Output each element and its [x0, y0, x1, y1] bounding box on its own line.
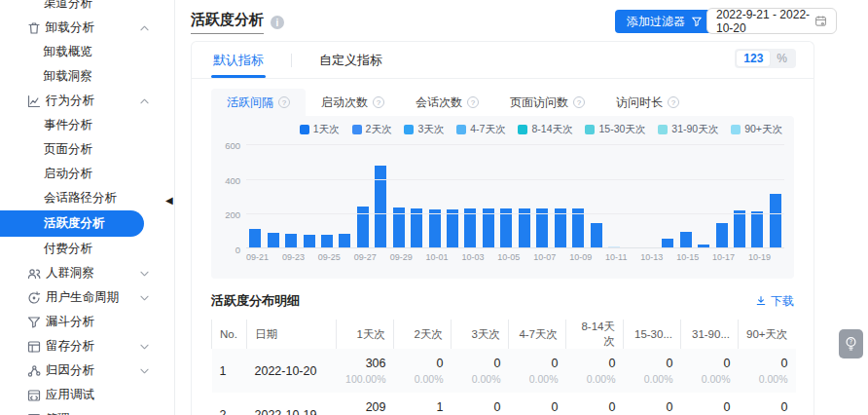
bar-10-10[interactable]	[591, 223, 602, 247]
sidebar-item-5[interactable]: 事件分析	[0, 113, 174, 137]
sidebar-item-7[interactable]: 启动分析	[0, 162, 174, 186]
x-tick-10-03: 10-03	[461, 252, 484, 262]
x-tick-09-30	[413, 252, 426, 262]
metric-tab-2[interactable]: 会话次数?	[400, 89, 494, 116]
bar-10-18[interactable]	[734, 210, 745, 247]
question-icon[interactable]: ?	[278, 96, 290, 108]
sidebar-item-16[interactable]: 应用调试	[0, 383, 174, 407]
metric-tab-4[interactable]: 访问时长?	[600, 89, 695, 116]
x-tick-10-10	[592, 252, 605, 262]
sidebar-item-8[interactable]: 会话路径分析	[0, 186, 174, 210]
table-title: 活跃度分布明细	[211, 292, 300, 310]
sidebar-item-11[interactable]: 人群洞察	[0, 261, 174, 285]
chevron-up-icon	[140, 25, 149, 31]
legend-item-6[interactable]: 31-90天次	[658, 123, 718, 136]
y-tick-0: 0	[213, 245, 240, 255]
bar-09-25[interactable]	[321, 235, 333, 247]
tab-default-metrics[interactable]: 默认指标	[211, 42, 266, 78]
help-lightbulb-button[interactable]: ?	[839, 329, 863, 358]
legend-item-3[interactable]: 4-7天次	[456, 123, 505, 136]
cell-value: 00.00%	[566, 393, 624, 415]
download-link[interactable]: 下载	[755, 293, 794, 310]
sidebar-item-0[interactable]: 渠道分析	[0, 0, 174, 16]
funnel-icon	[26, 315, 43, 330]
legend-item-1[interactable]: 2天次	[352, 123, 392, 136]
sidebar-item-label: 漏斗分析	[46, 314, 94, 330]
bar-09-27[interactable]	[357, 207, 369, 247]
bar-10-02[interactable]	[447, 209, 458, 247]
cell-value: 00.00%	[509, 393, 566, 415]
bar-10-07[interactable]	[536, 208, 548, 247]
bar-09-26[interactable]	[339, 234, 350, 247]
legend-item-7[interactable]: 90+天次	[731, 123, 782, 136]
lifecycle-icon	[26, 290, 43, 306]
bar-10-01[interactable]	[429, 209, 441, 247]
bar-10-15[interactable]	[680, 232, 692, 247]
x-tick-09-23: 09-23	[282, 252, 305, 262]
y-tick-200: 200	[213, 209, 240, 220]
tab-divider	[291, 54, 292, 67]
x-tick-10-12	[627, 252, 640, 262]
bar-10-03[interactable]	[464, 208, 476, 247]
unit-percent-option[interactable]: %	[770, 51, 794, 66]
unit-number-option[interactable]: 123	[737, 51, 770, 66]
bar-10-11[interactable]	[608, 246, 620, 248]
bar-09-22[interactable]	[268, 233, 279, 247]
sidebar-item-10[interactable]: 付费分析	[0, 237, 174, 261]
sidebar-item-label: 管理	[46, 411, 70, 415]
tab-custom-metrics[interactable]: 自定义指标	[317, 42, 384, 78]
bar-10-20[interactable]	[770, 194, 781, 247]
add-filter-button[interactable]: 添加过滤器	[615, 10, 714, 33]
info-icon[interactable]: i	[271, 16, 284, 29]
date-range-picker[interactable]: 2022-9-21 - 2022-10-20	[706, 8, 837, 34]
legend-item-4[interactable]: 8-14天次	[518, 123, 572, 136]
sidebar-item-12[interactable]: 用户生命周期	[0, 285, 174, 310]
x-tick-09-21: 09-21	[246, 252, 269, 262]
sidebar-item-14[interactable]: 留存分析	[0, 334, 174, 358]
sidebar-collapse-handle[interactable]: ◀	[165, 196, 173, 206]
bar-09-23[interactable]	[285, 234, 297, 247]
sidebar-item-13[interactable]: 漏斗分析	[0, 310, 174, 334]
legend-item-0[interactable]: 1天次	[300, 123, 340, 136]
cell-date: 2022-10-19	[247, 393, 337, 415]
x-tick-10-19: 10-19	[748, 252, 771, 262]
question-icon[interactable]: ?	[573, 96, 585, 108]
bar-09-21[interactable]	[249, 229, 261, 247]
metric-tab-0[interactable]: 活跃间隔?	[211, 89, 306, 116]
x-tick-10-16	[699, 252, 712, 262]
bar-10-17[interactable]	[716, 223, 728, 247]
x-tick-09-24	[305, 252, 318, 262]
bar-10-14[interactable]	[662, 239, 673, 247]
x-tick-10-02	[449, 252, 462, 262]
legend-item-5[interactable]: 15-30天次	[585, 123, 645, 136]
sidebar-item-2[interactable]: 卸载概览	[0, 40, 174, 64]
cell-value: 00.00%	[624, 393, 681, 415]
sidebar-item-17[interactable]: 管理	[0, 407, 174, 415]
metric-tab-label: 会话次数	[416, 94, 462, 111]
sidebar-item-4[interactable]: 行为分析	[0, 89, 174, 113]
question-icon[interactable]: ?	[668, 96, 679, 108]
cell-value: 00.00%	[452, 349, 509, 393]
cell-value: 10.48%	[394, 393, 452, 415]
bar-10-19[interactable]	[751, 211, 763, 247]
metric-tab-label: 访问时长	[616, 94, 663, 111]
legend-label: 31-90天次	[671, 123, 718, 136]
metric-tab-3[interactable]: 页面访问数?	[494, 89, 600, 116]
x-tick-10-07: 10-07	[533, 252, 556, 262]
sidebar-item-6[interactable]: 页面分析	[0, 137, 174, 162]
metric-tab-label: 启动次数	[321, 94, 368, 111]
filter-button-label: 添加过滤器	[627, 14, 685, 30]
question-icon[interactable]: ?	[373, 96, 384, 108]
sidebar-item-1[interactable]: 卸载分析	[0, 16, 174, 40]
sidebar-item-15[interactable]: 归因分析	[0, 358, 174, 383]
legend-item-2[interactable]: 3天次	[404, 123, 444, 136]
bar-09-24[interactable]	[304, 235, 315, 247]
x-tick-10-20	[771, 252, 784, 262]
sidebar-item-9[interactable]: 活跃度分析	[0, 210, 144, 237]
metric-tab-1[interactable]: 启动次数?	[306, 89, 400, 116]
sidebar-item-3[interactable]: 卸载洞察	[0, 64, 174, 89]
question-icon[interactable]: ?	[467, 96, 479, 108]
bar-10-16[interactable]	[698, 245, 709, 247]
legend-color-chip	[352, 125, 362, 134]
gridline-400	[246, 179, 784, 180]
